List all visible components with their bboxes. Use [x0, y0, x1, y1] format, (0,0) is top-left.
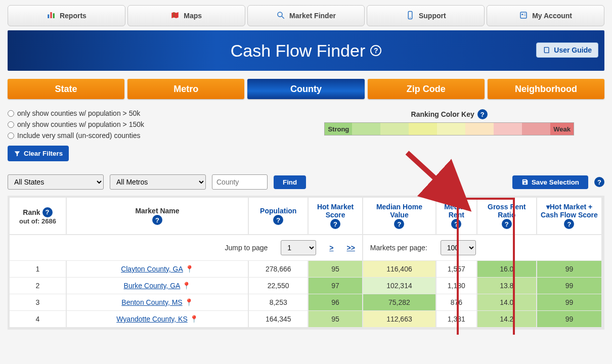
cell-market-name: Clayton County, GA📍	[67, 261, 249, 278]
color-key-strong-label: Strong	[325, 123, 352, 135]
help-icon[interactable]: ?	[594, 177, 604, 187]
radio-input[interactable]	[8, 121, 14, 128]
cell-rent: 876	[436, 294, 477, 311]
market-link[interactable]: Benton County, MS	[121, 298, 182, 306]
filter-icon	[14, 150, 21, 157]
radio-label: only show counties w/ population > 50k	[17, 109, 140, 117]
market-link[interactable]: Wyandotte County, KS	[116, 315, 187, 323]
topnav-maps[interactable]: Maps	[127, 5, 245, 26]
cell-population: 8,253	[249, 294, 309, 311]
clear-filters-button[interactable]: Clear Filters	[8, 146, 69, 161]
color-key-cell	[522, 123, 550, 135]
cell-hms: 95	[309, 261, 363, 278]
cell-population: 278,666	[249, 261, 309, 278]
color-key-cell	[352, 123, 380, 135]
map-pin-icon[interactable]: 📍	[185, 298, 193, 306]
svg-point-3	[278, 12, 282, 17]
cell-mhv: 102,314	[363, 278, 436, 294]
cell-rent: 1,180	[436, 278, 477, 294]
col-score-label: Hot Market + Cash Flow Score	[541, 203, 598, 219]
color-key-cell	[409, 123, 437, 135]
col-rank[interactable]: Rank? out of: 2686	[10, 198, 67, 235]
save-icon	[521, 178, 529, 186]
help-icon[interactable]: ?	[477, 109, 488, 119]
tab-county[interactable]: County	[247, 79, 364, 99]
search-icon	[276, 11, 285, 21]
col-market-name[interactable]: Market Name ?	[67, 198, 249, 235]
col-median-home-value[interactable]: Median Home Value ?	[363, 198, 436, 235]
top-nav: ReportsMapsMarket FinderSupportMy Accoun…	[8, 5, 604, 26]
map-pin-icon[interactable]: 📍	[190, 315, 198, 323]
help-icon[interactable]: ?	[564, 219, 574, 229]
help-icon[interactable]: ?	[502, 219, 512, 229]
cell-rank: 2	[10, 278, 67, 294]
radio-input[interactable]	[8, 132, 14, 139]
help-icon[interactable]: ?	[42, 207, 53, 217]
state-select[interactable]: All States	[8, 174, 104, 190]
radio-label: only show counties w/ population > 150k	[17, 120, 144, 128]
help-icon[interactable]: ?	[394, 219, 404, 229]
market-link[interactable]: Burke County, GA	[124, 282, 181, 290]
cell-rent: 1,557	[436, 261, 477, 278]
col-name-label: Market Name	[135, 207, 179, 215]
col-hot-market-score[interactable]: Hot Market Score ?	[309, 198, 363, 235]
col-gross-rent-ratio[interactable]: Gross Rent Ratio ?	[477, 198, 537, 235]
filter-radio-1[interactable]: only show counties w/ population > 150k	[8, 120, 144, 128]
user-guide-button[interactable]: User Guide	[536, 42, 598, 58]
search-controls: All States All Metros Find Save Selectio…	[8, 174, 604, 190]
jump-page-select[interactable]: 1	[281, 240, 316, 255]
tab-neighborhood[interactable]: Neighborhood	[488, 79, 604, 99]
tab-metro[interactable]: Metro	[127, 79, 244, 99]
save-selection-button[interactable]: Save Selection	[512, 175, 588, 189]
market-link[interactable]: Clayton County, GA	[121, 265, 183, 273]
col-mhv-label: Median Home Value	[366, 203, 432, 219]
tab-zip-code[interactable]: Zip Code	[368, 79, 485, 99]
topnav-phone[interactable]: Support	[367, 5, 485, 26]
account-icon	[519, 11, 528, 21]
radio-label: Include very small (un-scored) counties	[17, 131, 141, 140]
col-grr-label: Gross Rent Ratio	[480, 203, 533, 219]
county-input[interactable]	[212, 174, 268, 190]
metro-select[interactable]: All Metros	[110, 174, 206, 190]
help-icon[interactable]: ?	[273, 215, 283, 225]
col-population[interactable]: Population ?	[249, 198, 309, 235]
last-page-link[interactable]: >>	[347, 244, 355, 252]
find-button[interactable]: Find	[274, 175, 306, 189]
cell-score: 99	[537, 311, 602, 328]
perpage-select[interactable]: 100	[441, 240, 476, 255]
page-title-text: Cash Flow Finder	[231, 41, 365, 61]
topnav-reports[interactable]: Reports	[8, 5, 125, 26]
cell-mhv: 116,406	[363, 261, 436, 278]
cell-hms: 97	[309, 278, 363, 294]
tab-state[interactable]: State	[8, 79, 124, 99]
topnav-label: Market Finder	[289, 12, 336, 20]
topnav-account[interactable]: My Account	[487, 5, 604, 26]
cell-mhv: 75,282	[363, 294, 436, 311]
col-combined-score[interactable]: ▾Hot Market + Cash Flow Score ?	[537, 198, 602, 235]
color-key-cell	[380, 123, 409, 135]
page-header: Cash Flow Finder ? User Guide	[8, 30, 604, 71]
table-row: 1Clayton County, GA📍278,66695116,4061,55…	[10, 261, 602, 278]
topnav-search[interactable]: Market Finder	[247, 5, 365, 26]
maps-icon	[170, 11, 180, 21]
help-icon[interactable]: ?	[152, 215, 162, 225]
map-pin-icon[interactable]: 📍	[185, 265, 194, 273]
geo-tabs: StateMetroCountyZip CodeNeighborhood	[8, 79, 604, 99]
filter-options: only show counties w/ population > 50kon…	[8, 109, 144, 161]
help-icon[interactable]: ?	[370, 45, 381, 56]
col-median-rent[interactable]: Median Rent ?	[436, 198, 477, 235]
color-key-weak-label: Weak	[550, 123, 574, 135]
cell-population: 22,550	[249, 278, 309, 294]
filter-radio-2[interactable]: Include very small (un-scored) counties	[8, 131, 144, 140]
next-page-link[interactable]: >	[329, 244, 333, 252]
topnav-label: My Account	[532, 12, 572, 20]
cell-mhv: 112,663	[363, 311, 436, 328]
reports-icon	[47, 11, 56, 21]
color-key-cell	[437, 123, 465, 135]
map-pin-icon[interactable]: 📍	[182, 282, 191, 290]
cell-grr: 14.0	[477, 294, 537, 311]
radio-input[interactable]	[8, 110, 14, 117]
help-icon[interactable]: ?	[330, 219, 340, 229]
help-icon[interactable]: ?	[451, 219, 461, 229]
filter-radio-0[interactable]: only show counties w/ population > 50k	[8, 109, 144, 117]
